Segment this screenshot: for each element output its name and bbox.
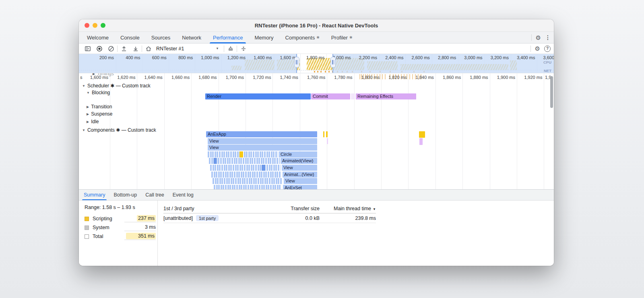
ruler-tick-label: 1,760 ms (307, 75, 325, 80)
system-value: 3 ms (124, 224, 156, 231)
component-bar-circle[interactable]: Circle (279, 151, 317, 157)
first-party-chip: 1st party (196, 215, 219, 221)
lane-transition[interactable]: ▶Transition (87, 104, 112, 110)
network-tick (382, 74, 383, 79)
flame-chart[interactable]: ▶Timings s ▼Scheduler ✱ — Custom track ▼… (79, 73, 554, 189)
flame-mark[interactable] (323, 131, 324, 137)
settings-gear-icon[interactable]: ⚙ (536, 35, 541, 41)
tab-call-tree[interactable]: Call tree (145, 190, 164, 200)
overview-tick-label: 2,600 ms (412, 55, 430, 60)
table-row[interactable]: [unattributed]1st party 0.0 kB 239.8 ms (163, 213, 376, 223)
tab-components[interactable]: Components✱ (285, 32, 319, 43)
timeline-overview[interactable]: CPU NET 200 ms400 ms600 ms800 ms1,000 ms… (79, 54, 554, 73)
overview-tick-label: 2,200 ms (359, 55, 377, 60)
flame-mark[interactable] (262, 165, 265, 171)
scheduler-bar-render[interactable]: Render (205, 93, 311, 99)
component-microtasks[interactable] (211, 172, 281, 178)
close-window-button[interactable] (85, 23, 89, 28)
lane-blocking[interactable]: ▼Blocking (87, 90, 110, 95)
vertical-scrollbar[interactable] (550, 76, 553, 108)
scheduler-bar-remaining-effects[interactable]: Remaining Effects (356, 93, 416, 99)
component-bar-animatedview[interactable]: Animated(View) (281, 158, 317, 164)
target-select-value: RNTester #1 (156, 46, 184, 52)
tab-bottom-up[interactable]: Bottom-up (114, 190, 137, 200)
row-transfer: 0.0 kB (271, 215, 320, 221)
flame-gridline (490, 73, 490, 189)
divider (237, 46, 237, 52)
overview-tick-label: 3,400 ms (517, 55, 535, 60)
toggle-sidebar-icon[interactable] (82, 44, 93, 54)
component-bar-animatview[interactable]: Animat...(View) (283, 172, 317, 178)
overview-tick-label: 1,200 ms (227, 55, 246, 60)
ruler-tick-label: 1,920 ms (524, 75, 542, 80)
collect-garbage-icon[interactable] (225, 44, 236, 54)
sort-arrow-icon: ▼ (373, 207, 376, 211)
component-bar-anexset[interactable]: AnExSet (283, 185, 317, 189)
net-lane-label: NET (544, 68, 551, 73)
flame-mark[interactable] (239, 151, 243, 157)
lane-idle[interactable]: ▶Idle (87, 119, 99, 124)
scheduler-bar-commit[interactable]: Commit (311, 93, 350, 99)
overview-tick-label: 1,000 ms (201, 55, 219, 60)
divider (157, 201, 158, 266)
tab-network[interactable]: Network (182, 32, 201, 43)
tab-event-log[interactable]: Event log (173, 190, 194, 200)
col-main-thread-time[interactable]: Main thread time▼ (320, 206, 376, 211)
selection-end-handle[interactable] (330, 57, 336, 68)
flame-mark[interactable] (326, 131, 328, 137)
performance-toolbar: RNTester #1 ▼ ⚙ ? (79, 43, 554, 54)
help-icon[interactable]: ? (544, 46, 551, 52)
col-transfer-size[interactable]: Transfer size (271, 206, 320, 211)
flame-gridline (436, 73, 436, 189)
component-bar-view[interactable]: View (282, 165, 317, 171)
tab-profiler[interactable]: Profiler✱ (331, 32, 353, 43)
summary-panel: Range: 1.58 s – 1.93 s Scripting 237 ms … (79, 201, 554, 266)
component-microtasks[interactable] (210, 165, 281, 171)
home-icon[interactable] (143, 44, 154, 54)
component-microtasks[interactable] (213, 178, 282, 184)
network-tick (385, 74, 386, 79)
clear-icon[interactable] (105, 44, 116, 54)
ruler-tick-label: 1,720 ms (253, 75, 271, 80)
main-tab-bar: Welcome Console Sources Network Performa… (79, 32, 554, 43)
capture-settings-icon[interactable] (238, 44, 249, 54)
save-profile-icon[interactable] (130, 44, 141, 54)
component-bar-view[interactable]: View (208, 145, 317, 151)
selection-start-handle[interactable] (294, 57, 299, 68)
ruler-tick-label: 1,620 ms (117, 75, 135, 80)
tab-memory[interactable]: Memory (254, 32, 273, 43)
flame-gridline (462, 73, 463, 189)
component-microtasks[interactable] (209, 158, 280, 164)
panel-settings-gear-icon[interactable]: ⚙ (535, 46, 540, 52)
record-icon[interactable] (94, 44, 105, 54)
tab-summary[interactable]: Summary (84, 190, 105, 200)
tab-console[interactable]: Console (120, 32, 140, 43)
zoom-window-button[interactable] (101, 23, 105, 28)
component-bar-view[interactable]: View (208, 138, 317, 144)
load-profile-icon[interactable] (118, 44, 129, 54)
component-bar-view[interactable]: View (284, 178, 317, 184)
title-bar: RNTester (iPhone 16 Pro) - React Native … (79, 19, 554, 32)
tab-performance[interactable]: Performance (213, 32, 243, 43)
scheduler-bar-gap[interactable] (351, 93, 355, 99)
lane-suspense[interactable]: ▶Suspense (87, 111, 113, 117)
component-bar-anexapp[interactable]: AnExApp (206, 131, 317, 137)
ruler-tick-label: 1,600 ms (90, 75, 108, 80)
flame-mark[interactable] (419, 138, 423, 145)
scheduler-track-header[interactable]: ▼Scheduler ✱ — Custom track (82, 83, 151, 89)
kebab-menu-icon[interactable]: ⋮ (545, 34, 551, 41)
system-swatch (85, 226, 89, 230)
flame-mark[interactable] (419, 131, 425, 138)
party-table: 1st / 3rd party Transfer size Main threa… (163, 204, 376, 223)
flame-mark[interactable] (327, 138, 328, 144)
minimize-window-button[interactable] (93, 23, 97, 28)
tab-sources[interactable]: Sources (151, 32, 171, 43)
target-select[interactable]: RNTester #1 ▼ (156, 44, 221, 53)
components-track-header[interactable]: ▼Components ✱ — Custom track (82, 127, 156, 133)
summary-legend: Range: 1.58 s – 1.93 s Scripting 237 ms … (79, 201, 157, 241)
clipped-track-text: s (80, 75, 83, 80)
flame-mark[interactable] (214, 158, 217, 164)
range-label: Range: 1.58 s – 1.93 s (85, 205, 157, 210)
component-microtasks[interactable] (214, 185, 281, 189)
tab-welcome[interactable]: Welcome (87, 32, 109, 43)
